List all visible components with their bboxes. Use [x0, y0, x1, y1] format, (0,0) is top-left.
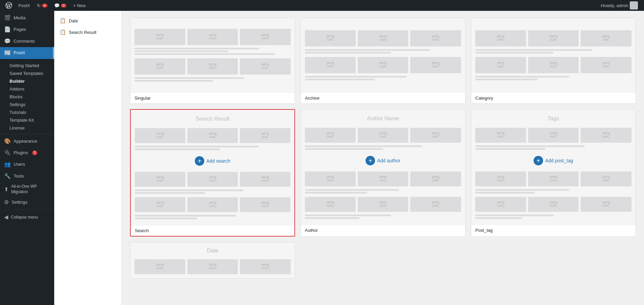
sidebar-item-tools[interactable]: 🔧 Tools [0, 170, 54, 182]
search-img-8 [187, 197, 238, 212]
updates-count: 6 [42, 4, 47, 7]
author-img-1 [305, 128, 356, 143]
comments-count: 0 [61, 4, 66, 7]
sidebar-sub-blocks[interactable]: Blocks [0, 93, 54, 101]
sidebar-sub-license[interactable]: License [0, 124, 54, 132]
template-card-search[interactable]: Search Result + [130, 109, 295, 237]
sidebar-sub-saved-templates[interactable]: Saved Templates [0, 69, 54, 77]
posttag-img-2 [528, 128, 579, 143]
sidebar-collapse-menu[interactable]: ◀ Collapse menu [0, 211, 54, 223]
comments-bar-item[interactable]: 💬 0 [51, 0, 70, 11]
add-posttag-button[interactable]: + Add post_tag [534, 156, 573, 165]
archive-img-2 [358, 30, 409, 46]
sidebar-postx-label: PostX [14, 50, 25, 56]
author-footer: Author [301, 225, 465, 236]
collapse-icon: ◀ [4, 214, 8, 221]
site-name-text: PostX [18, 3, 30, 8]
template-card-posttag[interactable]: Tags + Add post_ [471, 109, 636, 237]
posttag-preview-label: Tags [548, 116, 559, 122]
search-label: Search [135, 228, 149, 233]
singular-label: Singular [134, 96, 151, 101]
posttag-img-8 [528, 197, 579, 212]
sidebar-item-comments[interactable]: 💬 Comments [0, 36, 54, 47]
sidebar-item-settings-bottom[interactable]: ⚙ Settings [0, 197, 54, 208]
author-img-3 [410, 128, 461, 143]
category-label: Category [475, 96, 493, 101]
singular-img-1 [134, 29, 185, 45]
sidebar-settings-bottom-label: Settings [12, 199, 27, 205]
author-img-5 [358, 171, 409, 186]
category-footer: Category [471, 93, 636, 103]
howdy-item[interactable]: Howdy, admin [598, 0, 641, 11]
template-grid: Singular [130, 18, 636, 279]
wordpress-icon [5, 2, 12, 9]
tools-icon: 🔧 [4, 172, 11, 180]
author-img-8 [358, 197, 409, 212]
template-card-singular[interactable]: Singular [130, 18, 295, 104]
search-img-6 [240, 172, 290, 187]
archive-img-3 [410, 30, 461, 46]
sidebar-item-allinone[interactable]: ⬆ All-in-One WP Migration [0, 182, 54, 197]
howdy-text: Howdy, admin [601, 3, 628, 8]
search-img-4 [135, 172, 185, 187]
sidebar-sub-template-kit[interactable]: Template Kit [0, 116, 54, 124]
sidebar-sub-settings[interactable]: Settings [0, 101, 54, 108]
posttag-footer: Post_tag [471, 225, 636, 236]
sidebar-item-users[interactable]: 👥 Users [0, 159, 54, 170]
singular-img-3 [240, 29, 291, 45]
sidebar-sub-builder[interactable]: Builder [0, 77, 54, 85]
sidebar-item-media[interactable]: 🎬 Media [0, 12, 54, 24]
add-search-button[interactable]: + Add search [195, 156, 230, 166]
archive-img-4 [305, 57, 356, 73]
sidebar-item-appearance[interactable]: 🎨 Appearance [0, 136, 54, 147]
author-img-9 [410, 197, 461, 212]
plus-circle-posttag-icon: + [534, 156, 543, 165]
plugins-count: 5 [32, 150, 38, 155]
add-author-button[interactable]: + Add author [366, 156, 400, 165]
users-icon: 👥 [4, 161, 11, 168]
singular-footer: Singular [130, 93, 295, 103]
sidebar-users-label: Users [14, 161, 25, 167]
new-bar-item[interactable]: + New [70, 0, 89, 11]
sidebar-media-label: Media [14, 15, 25, 21]
archive-footer: Archive [301, 93, 465, 103]
search-preview-label: Search Result [195, 116, 230, 122]
add-posttag-label: Add post_tag [545, 158, 573, 163]
postx-icon: 📰 [4, 49, 11, 57]
singular-img-6 [240, 58, 291, 75]
template-card-archive[interactable]: Archive [300, 18, 465, 104]
author-preview: Author Name + Ad [301, 109, 465, 225]
wp-logo[interactable] [3, 2, 15, 9]
author-img-2 [358, 128, 409, 143]
sub-panel-date-label: Date [69, 18, 78, 23]
category-img-4 [475, 57, 526, 73]
archive-label: Archive [305, 96, 319, 101]
sidebar-item-postx[interactable]: 📰 PostX [0, 47, 54, 59]
template-card-author[interactable]: Author Name + Ad [300, 109, 465, 237]
author-img-4 [305, 171, 356, 186]
sidebar-sub-getting-started[interactable]: Getting Started [0, 62, 54, 69]
sidebar-sub-addons[interactable]: Addons [0, 85, 54, 93]
template-card-category[interactable]: Category [471, 18, 636, 104]
template-card-date[interactable]: Date [130, 242, 295, 279]
search-footer: Search [131, 225, 294, 236]
search-img-3 [240, 128, 290, 143]
date-preview-label: Date [134, 248, 291, 254]
comments-icon: 💬 [54, 3, 60, 8]
sidebar-item-plugins[interactable]: 🔌 Plugins 5 [0, 147, 54, 159]
sub-panel-item-date[interactable]: 📋 Date [54, 15, 122, 26]
author-img-6 [410, 171, 461, 186]
posttag-label: Post_tag [475, 228, 493, 233]
category-img-1 [475, 30, 526, 46]
posttag-img-9 [581, 197, 631, 212]
singular-img-2 [187, 29, 238, 45]
category-img-3 [581, 30, 631, 46]
author-label: Author [305, 228, 318, 233]
sidebar: 🎬 Media 📄 Pages 💬 Comments 📰 PostX Getti… [0, 11, 54, 305]
sidebar-item-pages[interactable]: 📄 Pages [0, 24, 54, 35]
sidebar-sub-tutorials[interactable]: Tutorials [0, 108, 54, 116]
sub-panel-item-search-result[interactable]: 📋 Search Result [54, 26, 122, 38]
admin-bar: PostX ↻ 6 💬 0 + New Howdy, admin [0, 0, 644, 11]
updates-bar-item[interactable]: ↻ 6 [34, 0, 51, 11]
site-name-bar-item[interactable]: PostX [15, 0, 34, 11]
